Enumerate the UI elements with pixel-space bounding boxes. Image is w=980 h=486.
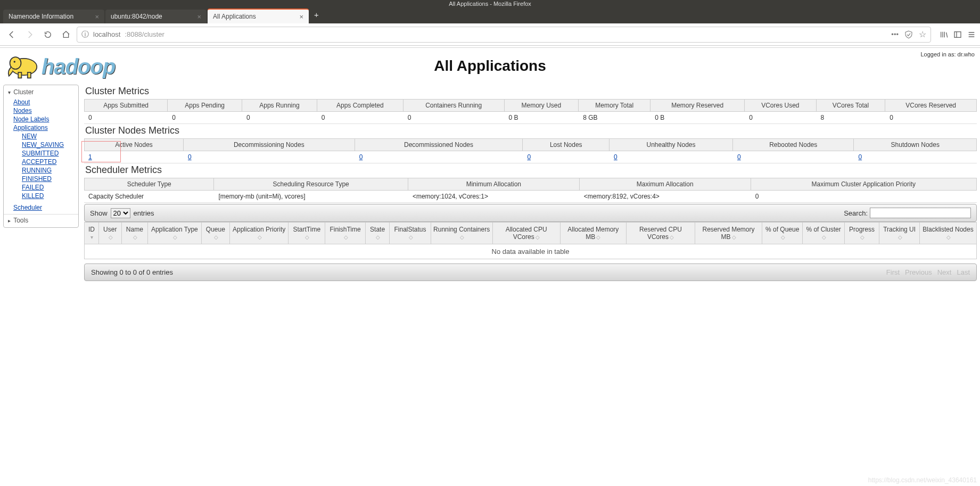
col-header: Minimum Allocation (408, 178, 580, 191)
bookmark-star-icon[interactable]: ☆ (919, 29, 926, 39)
col-pct-cluster[interactable]: % of Cluster◇ (803, 223, 844, 244)
site-info-icon[interactable]: ⓘ (81, 30, 89, 39)
col-app-priority[interactable]: Application Priority◇ (230, 223, 289, 244)
browser-tab-nodemanager[interactable]: ubuntu:8042/node × (105, 10, 207, 23)
home-button[interactable] (59, 27, 73, 42)
sidebar-section-tools[interactable]: ▸ Tools (4, 214, 78, 226)
col-header: Maximum Cluster Application Priority (751, 178, 977, 191)
page-actions-icon[interactable]: ••• (891, 30, 899, 38)
sidebar-state-running[interactable]: RUNNING (22, 166, 78, 175)
cell: 8 GB (579, 112, 650, 124)
sidebar-state-new[interactable]: NEW (22, 132, 78, 141)
sidebar-icon[interactable] (953, 30, 962, 39)
col-reserved-cpu[interactable]: Reserved CPU VCores◇ (626, 223, 695, 244)
close-icon[interactable]: × (95, 13, 99, 21)
pager-next[interactable]: Next (937, 268, 952, 276)
close-icon[interactable]: × (299, 13, 303, 21)
col-tracking-ui[interactable]: Tracking UI◇ (879, 223, 920, 244)
col-header: Apps Submitted (84, 99, 168, 112)
col-queue[interactable]: Queue◇ (201, 223, 229, 244)
unhealthy-nodes-link[interactable]: 0 (614, 153, 617, 161)
col-blacklisted[interactable]: Blacklisted Nodes◇ (920, 223, 977, 244)
sidebar-state-finished[interactable]: FINISHED (22, 175, 78, 183)
pager-last[interactable]: Last (957, 268, 970, 276)
shutdown-nodes-link[interactable]: 0 (858, 153, 862, 161)
new-tab-button[interactable]: + (310, 10, 323, 19)
table-header-row: Active Nodes Decommissioning Nodes Decom… (84, 138, 977, 151)
page-length-select[interactable]: 20 (111, 208, 130, 218)
sidebar-state-failed[interactable]: FAILED (22, 183, 78, 192)
sort-icon: ◇ (460, 235, 464, 240)
col-alloc-cpu[interactable]: Allocated CPU VCores◇ (492, 223, 560, 244)
cell: 0 (745, 112, 816, 124)
cell: 0 (885, 112, 977, 124)
col-name[interactable]: Name◇ (121, 223, 147, 244)
col-app-type[interactable]: Application Type◇ (148, 223, 202, 244)
tab-label: Namenode Information (9, 13, 73, 20)
forward-button[interactable] (22, 27, 37, 42)
window-title: All Applications - Mozilla Firefox (449, 1, 531, 7)
page-title: All Applications (434, 57, 546, 75)
sidebar-section-cluster[interactable]: ▾ Cluster (4, 86, 78, 98)
sidebar-state-submitted[interactable]: SUBMITTED (22, 149, 78, 158)
sort-icon: ◇ (344, 235, 348, 240)
no-data-message: No data available in table (85, 244, 977, 259)
col-finalstatus[interactable]: FinalStatus◇ (390, 223, 431, 244)
sidebar-state-accepted[interactable]: ACCEPTED (22, 158, 78, 166)
sidebar-link-nodes[interactable]: Nodes (13, 106, 78, 115)
browser-tabstrip: Namenode Information × ubuntu:8042/node … (0, 7, 980, 23)
sort-icon: ◇ (596, 235, 600, 240)
active-nodes-link[interactable]: 1 (88, 153, 92, 161)
table-row: 1 0 0 0 0 0 0 (84, 151, 977, 163)
browser-tab-all-applications[interactable]: All Applications × (208, 9, 309, 23)
sidebar-link-scheduler[interactable]: Scheduler (13, 203, 78, 212)
decommissioned-nodes-link[interactable]: 0 (359, 153, 363, 161)
sort-icon: ◇ (376, 235, 380, 240)
reload-button[interactable] (40, 27, 55, 42)
search-input[interactable] (870, 208, 971, 218)
close-icon[interactable]: × (197, 13, 201, 21)
browser-tab-namenode[interactable]: Namenode Information × (3, 10, 104, 23)
col-user[interactable]: User◇ (98, 223, 121, 244)
url-bar[interactable]: ⓘ localhost:8088/cluster ••• ☆ (77, 27, 931, 43)
sidebar-link-applications[interactable]: Applications (13, 123, 78, 132)
pager-previous[interactable]: Previous (905, 268, 932, 276)
back-button[interactable] (4, 27, 19, 42)
library-icon[interactable] (940, 30, 948, 39)
col-header: Apps Running (242, 99, 317, 112)
shield-check-icon[interactable] (904, 30, 913, 39)
sidebar-link-node-labels[interactable]: Node Labels (13, 115, 78, 123)
arrow-right-icon (25, 30, 35, 39)
table-row: 0 0 0 0 0 0 B 8 GB 0 B 0 8 0 (84, 112, 977, 124)
apps-table-controls: Show 20 entries Search: (84, 204, 977, 222)
lost-nodes-link[interactable]: 0 (527, 153, 531, 161)
rebooted-nodes-link[interactable]: 0 (737, 153, 741, 161)
col-header: VCores Used (745, 99, 816, 112)
cell: <memory:1024, vCores:1> (408, 191, 580, 203)
table-row: Capacity Scheduler [memory-mb (unit=Mi),… (84, 191, 977, 203)
col-pct-queue[interactable]: % of Queue◇ (762, 223, 802, 244)
col-id[interactable]: ID▾ (85, 223, 99, 244)
sidebar-nav: ▾ Cluster About Nodes Node Labels Applic… (3, 85, 79, 228)
browser-toolbar: ⓘ localhost:8088/cluster ••• ☆ (0, 23, 980, 46)
col-starttime[interactable]: StartTime◇ (289, 223, 325, 244)
col-progress[interactable]: Progress◇ (844, 223, 879, 244)
col-reserved-mem[interactable]: Reserved Memory MB◇ (695, 223, 762, 244)
svg-rect-6 (28, 72, 31, 78)
col-header: Active Nodes (84, 138, 184, 151)
sidebar-section-label: Cluster (13, 88, 34, 96)
col-finishtime[interactable]: FinishTime◇ (325, 223, 366, 244)
table-header-row: Scheduler Type Scheduling Resource Type … (84, 178, 977, 191)
col-running-containers[interactable]: Running Containers◇ (431, 223, 492, 244)
sidebar-link-about[interactable]: About (13, 98, 78, 106)
pager-first[interactable]: First (886, 268, 900, 276)
decommissioning-nodes-link[interactable]: 0 (188, 153, 192, 161)
col-alloc-mem[interactable]: Allocated Memory MB◇ (560, 223, 626, 244)
sidebar-state-killed[interactable]: KILLED (22, 192, 78, 200)
sidebar-state-new-saving[interactable]: NEW_SAVING (22, 141, 78, 149)
url-path: :8088/cluster (125, 30, 164, 38)
col-state[interactable]: State◇ (365, 223, 389, 244)
sort-icon: ▾ (90, 235, 93, 240)
cell: <memory:8192, vCores:4> (580, 191, 751, 203)
hamburger-menu-icon[interactable] (967, 30, 976, 39)
